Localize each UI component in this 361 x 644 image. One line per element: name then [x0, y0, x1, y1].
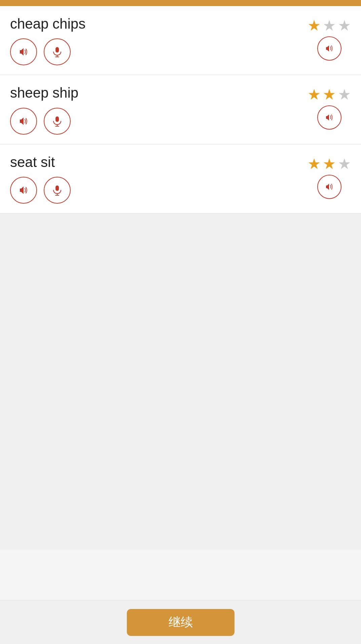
- play-button-seat-sit[interactable]: [10, 177, 37, 204]
- star-1: ★: [308, 18, 321, 33]
- mic-button-sheep-ship[interactable]: [44, 108, 71, 135]
- star-1: ★: [308, 87, 321, 102]
- score-button-cheap-chips[interactable]: [317, 36, 341, 61]
- stars-seat-sit: ★★★: [308, 157, 351, 171]
- play-button-cheap-chips[interactable]: [10, 38, 37, 65]
- play-button-sheep-ship[interactable]: [10, 108, 37, 135]
- continue-button[interactable]: 继续: [127, 609, 234, 636]
- star-2: ★: [323, 87, 336, 102]
- item-phrase-seat-sit: seat sit: [10, 154, 71, 171]
- exercise-item-cheap-chips: cheap chips ★★★: [0, 6, 361, 75]
- item-left-seat-sit: seat sit: [10, 154, 71, 204]
- top-bar: [0, 0, 361, 6]
- svg-rect-6: [56, 185, 59, 191]
- item-right-sheep-ship: ★★★: [308, 84, 351, 130]
- bottom-bar: 继续: [0, 600, 361, 644]
- star-2: ★: [323, 18, 336, 33]
- svg-rect-0: [56, 47, 59, 53]
- mic-button-cheap-chips[interactable]: [44, 38, 71, 65]
- svg-rect-3: [56, 116, 59, 122]
- star-3: ★: [338, 18, 351, 33]
- star-2: ★: [323, 157, 336, 171]
- stars-cheap-chips: ★★★: [308, 18, 351, 33]
- item-left-cheap-chips: cheap chips: [10, 15, 85, 65]
- score-button-seat-sit[interactable]: [317, 175, 341, 199]
- content-area: cheap chips ★★★: [0, 6, 361, 213]
- star-3: ★: [338, 157, 351, 171]
- empty-area: [0, 213, 361, 550]
- item-buttons-cheap-chips: [10, 38, 85, 65]
- star-1: ★: [308, 157, 321, 171]
- exercise-item-sheep-ship: sheep ship ★★★: [0, 75, 361, 144]
- stars-sheep-ship: ★★★: [308, 87, 351, 102]
- score-button-sheep-ship[interactable]: [317, 105, 341, 130]
- item-right-seat-sit: ★★★: [308, 154, 351, 199]
- exercise-item-seat-sit: seat sit ★★★: [0, 144, 361, 213]
- item-buttons-sheep-ship: [10, 108, 78, 135]
- item-right-cheap-chips: ★★★: [308, 15, 351, 61]
- star-3: ★: [338, 87, 351, 102]
- item-buttons-seat-sit: [10, 177, 71, 204]
- mic-button-seat-sit[interactable]: [44, 177, 71, 204]
- item-phrase-cheap-chips: cheap chips: [10, 15, 85, 32]
- item-phrase-sheep-ship: sheep ship: [10, 84, 78, 101]
- item-left-sheep-ship: sheep ship: [10, 84, 78, 134]
